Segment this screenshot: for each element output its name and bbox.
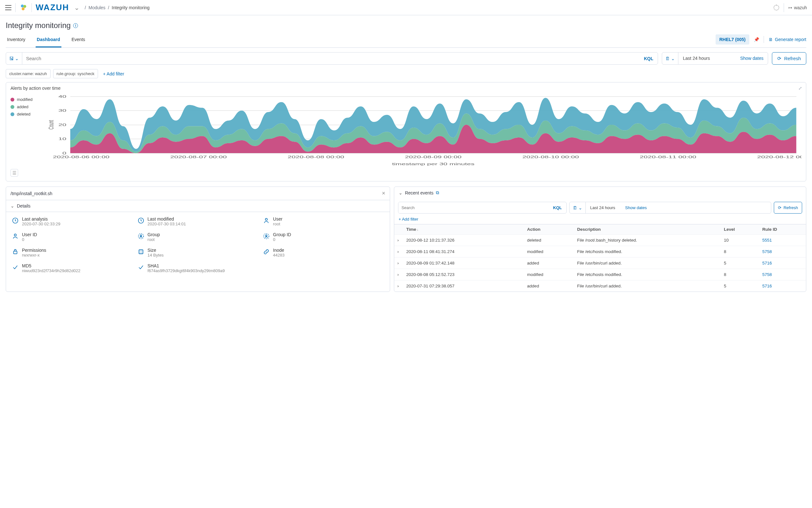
detail-size: Size 14 Bytes <box>137 248 259 257</box>
recent-search-input[interactable] <box>398 202 549 213</box>
calendar-icon: 🗓 <box>665 56 670 61</box>
expand-row-icon[interactable]: › <box>394 281 403 292</box>
table-row[interactable]: › 2020-08-08 05:12:52.723 modified File … <box>394 269 806 281</box>
external-link-icon[interactable]: ⧉ <box>436 190 439 196</box>
legend-label: modified <box>17 97 33 102</box>
close-icon[interactable]: × <box>382 190 385 197</box>
table-row[interactable]: › 2020-08-12 10:21:37.326 deleted File /… <box>394 235 806 246</box>
date-range-text[interactable]: Last 24 hours <box>678 52 736 64</box>
svg-text:2020-08-10 00:00: 2020-08-10 00:00 <box>523 155 579 159</box>
tab-inventory[interactable]: Inventory <box>6 34 27 47</box>
wazuh-logo-icon[interactable] <box>19 3 28 12</box>
detail-value: 2020-07-30 02:33:29 <box>22 221 60 226</box>
check-icon <box>137 264 144 271</box>
breadcrumb-modules[interactable]: Modules <box>88 5 105 10</box>
recent-add-filter[interactable]: + Add filter <box>394 217 806 224</box>
brand-name[interactable]: WAZUH <box>36 3 69 12</box>
expand-row-icon[interactable]: › <box>394 235 403 246</box>
col-level[interactable]: Level <box>721 224 759 235</box>
cell-rule[interactable]: 5551 <box>759 235 806 246</box>
alerts-area-chart[interactable]: 010203040Count2020-08-06 00:002020-08-07… <box>45 94 802 167</box>
svg-text:timestamp per 30 minutes: timestamp per 30 minutes <box>392 162 475 166</box>
legend-modified[interactable]: modified <box>10 96 40 103</box>
chevron-down-icon: ⌄ <box>15 56 19 61</box>
user-name: wazuh <box>794 5 807 10</box>
search-group: 🖫⌄ KQL <box>6 52 658 65</box>
svg-point-27 <box>140 235 142 237</box>
news-icon[interactable] <box>773 5 779 10</box>
svg-text:2020-08-07 00:00: 2020-08-07 00:00 <box>170 155 227 159</box>
expand-row-icon[interactable]: › <box>394 246 403 257</box>
legend-added[interactable]: added <box>10 103 40 111</box>
generate-report-label: Generate report <box>775 37 806 42</box>
detail-label: MD5 <box>22 263 81 268</box>
clock-icon <box>137 217 144 224</box>
col-action[interactable]: Action <box>524 224 574 235</box>
nav-toggle[interactable] <box>5 5 11 10</box>
search-input[interactable] <box>22 52 639 64</box>
page-title: Integrity monitoring i <box>6 21 806 30</box>
svg-text:40: 40 <box>58 94 66 98</box>
expand-row-icon[interactable]: › <box>394 257 403 269</box>
info-icon[interactable]: i <box>73 23 78 28</box>
col-time[interactable]: Time↓ <box>403 224 524 235</box>
cell-action: added <box>524 281 574 292</box>
detail-value: niwud923rd2f734r9h29d82d022 <box>22 268 81 273</box>
cell-level: 8 <box>721 269 759 281</box>
filter-chip[interactable]: rule.group: syscheck <box>53 69 98 78</box>
recent-date-text[interactable]: Last 24 hours <box>586 202 621 213</box>
cell-rule[interactable]: 5758 <box>759 269 806 281</box>
detail-value: 0 <box>273 237 291 242</box>
cell-rule[interactable]: 5716 <box>759 281 806 292</box>
generate-report-button[interactable]: 🗎 Generate report <box>768 37 806 42</box>
legend-deleted[interactable]: deleted <box>10 111 40 118</box>
detail-inode: Inode 44283 <box>263 248 384 257</box>
recent-kql-toggle[interactable]: KQL <box>548 202 566 213</box>
detail-value: f674as9fh3729dkgt6f4k903ndy29tm809a9 <box>148 268 225 273</box>
divider <box>764 36 764 43</box>
tab-events[interactable]: Events <box>70 34 87 47</box>
chart-legend-toggle-icon[interactable]: ☰ <box>10 169 18 177</box>
cell-rule[interactable]: 5716 <box>759 257 806 269</box>
filter-chip[interactable]: cluster.name: wazuh <box>6 69 51 78</box>
chevron-down-icon[interactable]: ⌄ <box>399 190 403 196</box>
table-row[interactable]: › 2020-08-09 01:37:42.148 added File /us… <box>394 257 806 269</box>
cell-description: File /etc/hosts modified. <box>574 246 721 257</box>
refresh-icon: ⟳ <box>778 205 781 210</box>
expand-panel-icon[interactable]: ⤢ <box>798 86 802 91</box>
recent-calendar-button[interactable]: 🗓⌄ <box>570 202 586 213</box>
col-rule[interactable]: Rule ID <box>759 224 806 235</box>
svg-point-29 <box>266 235 267 237</box>
detail-label: User <box>273 216 282 221</box>
detail-label: Last analysis <box>22 216 60 221</box>
cell-time: 2020-08-09 01:37:42.148 <box>403 257 524 269</box>
svg-text:2020-08-09 00:00: 2020-08-09 00:00 <box>405 155 462 159</box>
recent-events-table: Time↓ Action Description Level Rule ID ›… <box>394 224 806 292</box>
user-menu[interactable]: ↦ wazuh <box>788 5 807 10</box>
recent-show-dates[interactable]: Show dates <box>621 202 651 213</box>
kql-toggle[interactable]: KQL <box>639 52 658 64</box>
brand-chevron-icon[interactable]: ⌄ <box>74 4 80 11</box>
pin-icon[interactable]: 📌 <box>754 37 759 42</box>
table-row[interactable]: › 2020-07-31 07:29:38.057 added File /us… <box>394 281 806 292</box>
recent-refresh-button[interactable]: ⟳ Refresh <box>774 202 802 214</box>
table-row[interactable]: › 2020-08-11 08:41:31.274 modified File … <box>394 246 806 257</box>
saved-queries-button[interactable]: 🖫⌄ <box>6 52 22 64</box>
tab-dashboard[interactable]: Dashboard <box>36 34 61 47</box>
cell-rule[interactable]: 5758 <box>759 246 806 257</box>
detail-user_id: User ID 0 <box>12 232 133 242</box>
document-icon: 🗎 <box>768 37 773 42</box>
user-icon <box>12 233 19 240</box>
add-filter-button[interactable]: + Add filter <box>103 71 124 76</box>
show-dates-button[interactable]: Show dates <box>736 52 768 64</box>
refresh-button[interactable]: ⟳ Refresh <box>772 52 806 65</box>
col-description[interactable]: Description <box>574 224 721 235</box>
chevron-down-icon[interactable]: ⌄ <box>10 203 14 209</box>
legend-swatch-icon <box>10 105 14 109</box>
expand-row-icon[interactable]: › <box>394 269 403 281</box>
legend-label: added <box>17 104 28 109</box>
detail-group_id: Group ID 0 <box>263 232 384 242</box>
agent-badge[interactable]: RHEL7 (005) <box>716 34 749 45</box>
legend-swatch-icon <box>10 112 14 116</box>
calendar-button[interactable]: 🗓⌄ <box>662 52 678 64</box>
